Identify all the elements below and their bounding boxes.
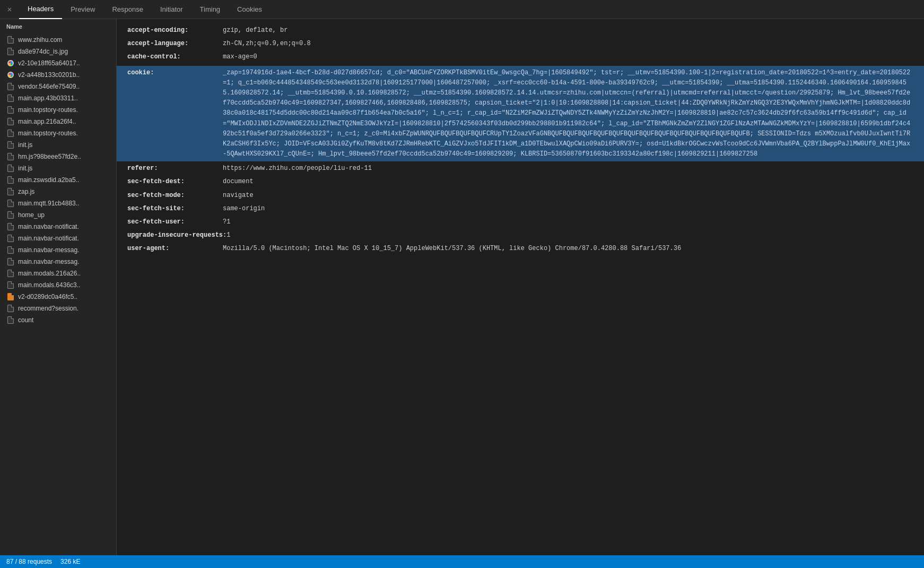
header-value: 1 (226, 230, 913, 240)
sidebar-item[interactable]: main.app.43b03311.. (0, 92, 116, 104)
sidebar-item-label: v2-10e18ff65a64017.. (18, 59, 110, 67)
header-value: document (223, 177, 913, 187)
sidebar-item-label: da8e974dc_is.jpg (18, 48, 110, 55)
header-value: ?1 (223, 217, 913, 227)
sidebar-item-label: vendor.546efe75409.. (18, 83, 110, 90)
tab-preview[interactable]: Preview (62, 0, 103, 19)
sidebar-item-label: main.navbar-messag. (18, 246, 110, 254)
sidebar-item[interactable]: main.zswsdid.a2ba5.. (0, 174, 116, 186)
file-icon (6, 234, 15, 243)
file-icon (6, 47, 15, 56)
sidebar-item[interactable]: v2-10e18ff65a64017.. (0, 57, 116, 69)
sidebar-item[interactable]: www.zhihu.com (0, 34, 116, 46)
file-icon (6, 106, 15, 114)
sidebar-item-label: main.navbar-notificat. (18, 235, 110, 242)
header-row: sec-fetch-dest:document (127, 177, 913, 187)
tab-headers[interactable]: Headers (19, 0, 62, 19)
header-name: sec-fetch-site: (127, 204, 223, 214)
header-name: upgrade-insecure-requests: (127, 230, 226, 240)
file-icon (6, 36, 15, 44)
file-icon (6, 187, 15, 196)
sidebar-item[interactable]: da8e974dc_is.jpg (0, 46, 116, 57)
header-name: accept-encoding: (127, 25, 223, 36)
sidebar-item-label: main.zswsdid.a2ba5.. (18, 176, 110, 184)
tab-timing[interactable]: Timing (191, 0, 229, 19)
status-bar: 87 / 88 requests 326 kE (0, 555, 924, 568)
sidebar: Name www.zhihu.comda8e974dc_is.jpgv2-10e… (0, 19, 117, 555)
file-icon (6, 129, 15, 137)
request-count: 87 / 88 requests (6, 558, 52, 565)
header-value: max-age=0 (223, 52, 913, 62)
header-row: referer:https://www.zhihu.com/people/liu… (127, 163, 913, 174)
header-name: sec-fetch-mode: (127, 191, 223, 201)
file-icon (6, 269, 15, 278)
header-name: user-agent: (127, 244, 223, 254)
header-value: gzip, deflate, br (223, 25, 913, 36)
file-icon (6, 211, 15, 219)
sidebar-item-label: www.zhihu.com (18, 36, 110, 44)
file-icon (6, 257, 15, 266)
sidebar-item[interactable]: v2-a448b133c0201b.. (0, 69, 116, 81)
sidebar-item-label: init.js (18, 165, 110, 172)
header-row: sec-fetch-site:same-origin (127, 204, 913, 214)
content-panel[interactable]: accept-encoding:gzip, deflate, braccept-… (117, 19, 924, 555)
sidebar-item-label: init.js (18, 141, 110, 149)
file-icon (6, 152, 15, 161)
sidebar-item-label: main.app.216a26f4.. (18, 118, 110, 125)
header-value: navigate (223, 191, 913, 201)
sidebar-item-label: main.mqtt.91cb4883.. (18, 200, 110, 207)
sidebar-item[interactable]: v2-d0289dc0a46fc5.. (0, 291, 116, 303)
file-icon (6, 199, 15, 208)
sidebar-item[interactable]: main.app.216a26f4.. (0, 116, 116, 127)
sidebar-item-label: hm.js?98beee57fd2e.. (18, 153, 110, 160)
sidebar-item-label: main.modals.6436c3.. (18, 281, 110, 289)
file-icon (6, 141, 15, 149)
header-value: same-origin (223, 204, 913, 214)
sidebar-item-label: main.topstory-routes. (18, 130, 110, 137)
header-value: https://www.zhihu.com/people/liu-red-11 (223, 163, 913, 174)
chrome-icon (6, 71, 15, 79)
file-icon (6, 246, 15, 254)
file-icon (6, 117, 15, 126)
sidebar-item[interactable]: count (0, 314, 116, 326)
sidebar-item[interactable]: main.mqtt.91cb4883.. (0, 197, 116, 209)
header-row: user-agent:Mozilla/5.0 (Macintosh; Intel… (127, 244, 913, 254)
header-row: accept-language:zh-CN,zh;q=0.9,en;q=0.8 (127, 39, 913, 49)
header-name: sec-fetch-dest: (127, 177, 223, 187)
sidebar-item[interactable]: recommend?session. (0, 303, 116, 314)
sidebar-item[interactable]: vendor.546efe75409.. (0, 81, 116, 92)
tab-bar: ✕ Headers Preview Response Initiator Tim… (0, 0, 924, 19)
sidebar-item[interactable]: main.topstory-routes. (0, 127, 116, 139)
sidebar-item[interactable]: main.navbar-messag. (0, 256, 116, 268)
sidebar-item[interactable]: init.js (0, 162, 116, 174)
file-icon (6, 164, 15, 173)
tab-initiator[interactable]: Initiator (152, 0, 191, 19)
sidebar-item[interactable]: zap.js (0, 186, 116, 197)
header-name: sec-fetch-user: (127, 217, 223, 227)
header-row: accept-encoding:gzip, deflate, br (127, 25, 913, 36)
sidebar-item[interactable]: hm.js?98beee57fd2e.. (0, 151, 116, 162)
sidebar-item[interactable]: main.navbar-notificat. (0, 233, 116, 244)
sidebar-item[interactable]: home_up (0, 209, 116, 221)
sidebar-item-label: zap.js (18, 188, 110, 195)
main-area: Name www.zhihu.comda8e974dc_is.jpgv2-10e… (0, 19, 924, 555)
close-button[interactable]: ✕ (0, 0, 19, 19)
tab-cookies[interactable]: Cookies (229, 0, 271, 19)
header-row: sec-fetch-mode:navigate (127, 191, 913, 201)
sidebar-item[interactable]: main.modals.6436c3.. (0, 279, 116, 291)
file-icon (6, 316, 15, 324)
header-name: accept-language: (127, 39, 223, 49)
sidebar-item[interactable]: main.navbar-notificat. (0, 221, 116, 233)
sidebar-item-label: count (18, 316, 110, 324)
file-icon (6, 281, 15, 289)
cookie-row: cookie: _zap=1974916d-1ae4-4bcf-b28d-d02… (117, 66, 924, 162)
sidebar-item[interactable]: main.navbar-messag. (0, 244, 116, 256)
tab-response[interactable]: Response (103, 0, 152, 19)
sidebar-header: Name (0, 19, 116, 34)
sidebar-item[interactable]: main.modals.216a26.. (0, 268, 116, 279)
cookie-header-name: cookie: (127, 68, 223, 160)
chrome-icon (6, 59, 15, 67)
header-name: referer: (127, 163, 223, 174)
sidebar-item[interactable]: main.topstory-routes. (0, 104, 116, 116)
sidebar-item[interactable]: init.js (0, 139, 116, 151)
